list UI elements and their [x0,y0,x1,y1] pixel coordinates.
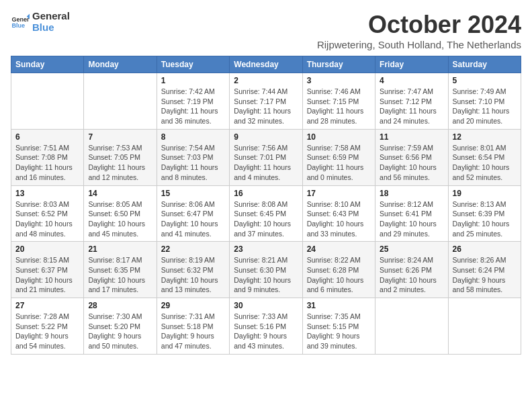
day-number: 23 [234,244,298,254]
day-number: 1 [161,76,225,85]
day-info: Sunrise: 8:17 AMSunset: 6:35 PMDaylight:… [88,255,152,295]
day-number: 5 [453,76,517,85]
day-number: 28 [88,301,152,310]
day-number: 25 [380,244,443,254]
day-info: Sunrise: 8:05 AMSunset: 6:50 PMDaylight:… [88,199,152,239]
day-info: Sunrise: 7:54 AMSunset: 7:03 PMDaylight:… [161,143,225,183]
day-info: Sunrise: 8:15 AMSunset: 6:37 PMDaylight:… [15,255,79,295]
day-number: 13 [15,189,79,198]
week-row-3: 13Sunrise: 8:03 AMSunset: 6:52 PMDayligh… [11,185,521,242]
day-info: Sunrise: 8:26 AMSunset: 6:24 PMDaylight:… [453,255,517,295]
day-info: Sunrise: 7:33 AMSunset: 5:16 PMDaylight:… [234,312,298,351]
calendar-cell: 18Sunrise: 8:12 AMSunset: 6:41 PMDayligh… [375,185,448,242]
calendar-cell [375,298,448,355]
week-row-5: 27Sunrise: 7:28 AMSunset: 5:22 PMDayligh… [11,298,521,355]
day-info: Sunrise: 8:13 AMSunset: 6:39 PMDaylight:… [453,199,517,239]
day-number: 6 [15,132,79,142]
weekday-header-row: SundayMondayTuesdayWednesdayThursdayFrid… [11,56,521,73]
day-info: Sunrise: 8:03 AMSunset: 6:52 PMDaylight:… [15,199,79,239]
day-number: 19 [453,189,517,198]
day-info: Sunrise: 7:42 AMSunset: 7:19 PMDaylight:… [161,87,225,126]
calendar-cell: 4Sunrise: 7:47 AMSunset: 7:12 PMDaylight… [375,73,448,130]
svg-text:General: General [11,15,30,22]
day-number: 7 [88,132,152,142]
day-info: Sunrise: 7:35 AMSunset: 5:15 PMDaylight:… [307,312,371,351]
location-title: Rijpwetering, South Holland, The Netherl… [317,39,521,50]
day-info: Sunrise: 7:51 AMSunset: 7:08 PMDaylight:… [15,143,79,183]
weekday-header-wednesday: Wednesday [230,56,302,73]
day-number: 14 [88,189,152,198]
day-info: Sunrise: 7:44 AMSunset: 7:17 PMDaylight:… [234,87,298,126]
day-info: Sunrise: 8:08 AMSunset: 6:45 PMDaylight:… [234,199,298,239]
calendar-cell: 13Sunrise: 8:03 AMSunset: 6:52 PMDayligh… [11,185,84,242]
calendar-cell: 21Sunrise: 8:17 AMSunset: 6:35 PMDayligh… [84,242,157,298]
day-info: Sunrise: 8:12 AMSunset: 6:41 PMDaylight:… [380,199,443,239]
calendar-cell: 10Sunrise: 7:58 AMSunset: 6:59 PMDayligh… [302,129,375,185]
day-info: Sunrise: 7:58 AMSunset: 6:59 PMDaylight:… [307,143,371,183]
day-info: Sunrise: 7:53 AMSunset: 7:05 PMDaylight:… [88,143,152,183]
day-info: Sunrise: 7:59 AMSunset: 6:56 PMDaylight:… [380,143,443,183]
day-info: Sunrise: 7:46 AMSunset: 7:15 PMDaylight:… [307,87,371,126]
day-number: 11 [380,132,443,142]
calendar-cell: 30Sunrise: 7:33 AMSunset: 5:16 PMDayligh… [230,298,302,355]
calendar-cell: 16Sunrise: 8:08 AMSunset: 6:45 PMDayligh… [230,185,302,242]
calendar-cell: 1Sunrise: 7:42 AMSunset: 7:19 PMDaylight… [157,73,229,130]
weekday-header-saturday: Saturday [448,56,521,73]
calendar-cell: 2Sunrise: 7:44 AMSunset: 7:17 PMDaylight… [230,73,302,130]
calendar-cell: 23Sunrise: 8:21 AMSunset: 6:30 PMDayligh… [230,242,302,298]
calendar-cell: 11Sunrise: 7:59 AMSunset: 6:56 PMDayligh… [375,129,448,185]
calendar-cell: 3Sunrise: 7:46 AMSunset: 7:15 PMDaylight… [302,73,375,130]
header: General Blue General Blue October 2024 R… [11,11,521,50]
day-info: Sunrise: 7:30 AMSunset: 5:20 PMDaylight:… [88,312,152,351]
weekday-header-tuesday: Tuesday [157,56,229,73]
calendar-cell: 15Sunrise: 8:06 AMSunset: 6:47 PMDayligh… [157,185,229,242]
day-number: 31 [307,301,371,310]
day-number: 2 [234,76,298,85]
day-number: 8 [161,132,225,142]
week-row-2: 6Sunrise: 7:51 AMSunset: 7:08 PMDaylight… [11,129,521,185]
day-number: 29 [161,301,225,310]
logo-line2: Blue [32,22,70,34]
logo-icon: General Blue [11,13,30,32]
calendar-table: SundayMondayTuesdayWednesdayThursdayFrid… [11,56,521,355]
svg-text:Blue: Blue [11,22,25,29]
day-info: Sunrise: 8:06 AMSunset: 6:47 PMDaylight:… [161,199,225,239]
calendar-cell: 14Sunrise: 8:05 AMSunset: 6:50 PMDayligh… [84,185,157,242]
calendar-cell: 31Sunrise: 7:35 AMSunset: 5:15 PMDayligh… [302,298,375,355]
calendar-cell: 22Sunrise: 8:19 AMSunset: 6:32 PMDayligh… [157,242,229,298]
day-number: 24 [307,244,371,254]
day-number: 3 [307,76,371,85]
calendar-cell: 7Sunrise: 7:53 AMSunset: 7:05 PMDaylight… [84,129,157,185]
day-number: 18 [380,189,443,198]
logo: General Blue General Blue [11,11,70,33]
calendar-cell: 19Sunrise: 8:13 AMSunset: 6:39 PMDayligh… [448,185,521,242]
day-info: Sunrise: 7:56 AMSunset: 7:01 PMDaylight:… [234,143,298,183]
day-number: 16 [234,189,298,198]
day-info: Sunrise: 8:22 AMSunset: 6:28 PMDaylight:… [307,255,371,295]
day-number: 30 [234,301,298,310]
day-info: Sunrise: 8:19 AMSunset: 6:32 PMDaylight:… [161,255,225,295]
day-number: 17 [307,189,371,198]
calendar-cell: 26Sunrise: 8:26 AMSunset: 6:24 PMDayligh… [448,242,521,298]
day-info: Sunrise: 8:01 AMSunset: 6:54 PMDaylight:… [453,143,517,183]
week-row-1: 1Sunrise: 7:42 AMSunset: 7:19 PMDaylight… [11,73,521,130]
day-number: 22 [161,244,225,254]
weekday-header-friday: Friday [375,56,448,73]
weekday-header-sunday: Sunday [11,56,84,73]
calendar-cell: 8Sunrise: 7:54 AMSunset: 7:03 PMDaylight… [157,129,229,185]
day-number: 10 [307,132,371,142]
day-number: 27 [15,301,79,310]
calendar-cell: 24Sunrise: 8:22 AMSunset: 6:28 PMDayligh… [302,242,375,298]
day-number: 26 [453,244,517,254]
day-number: 20 [15,244,79,254]
day-info: Sunrise: 7:31 AMSunset: 5:18 PMDaylight:… [161,312,225,351]
calendar-cell [11,73,84,130]
day-info: Sunrise: 8:24 AMSunset: 6:26 PMDaylight:… [380,255,443,295]
day-number: 21 [88,244,152,254]
day-number: 15 [161,189,225,198]
day-number: 4 [380,76,443,85]
calendar-cell [448,298,521,355]
calendar-cell: 5Sunrise: 7:49 AMSunset: 7:10 PMDaylight… [448,73,521,130]
calendar-cell: 12Sunrise: 8:01 AMSunset: 6:54 PMDayligh… [448,129,521,185]
weekday-header-monday: Monday [84,56,157,73]
